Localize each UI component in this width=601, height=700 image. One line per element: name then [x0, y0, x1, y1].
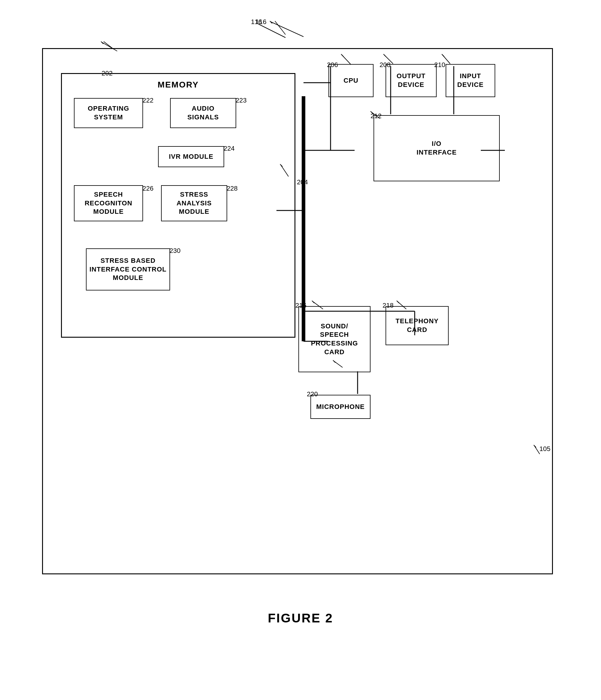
diagram-area: 116 MEMORY OPERATINGSYSTEM AUDIOSIGNALS …: [24, 18, 577, 634]
ref-116-label: 116: [251, 18, 262, 26]
ref-222: 222: [142, 97, 154, 104]
ref-210: 210: [434, 61, 445, 69]
speech-recognition-block: SPEECHRECOGNITONMODULE: [74, 185, 143, 221]
ref-212: 212: [370, 112, 382, 120]
ref-202: 202: [102, 70, 113, 77]
ref-218: 218: [383, 302, 394, 309]
ref-224: 224: [224, 145, 235, 152]
ref-216: 216: [295, 302, 307, 309]
figure-caption: FIGURE 2: [24, 611, 577, 625]
ref-220: 220: [307, 390, 318, 398]
ref-230: 230: [169, 247, 181, 255]
ref-226: 226: [142, 184, 154, 193]
operating-system-block: OPERATINGSYSTEM: [74, 98, 143, 128]
ref-208: 208: [380, 61, 391, 69]
cpu-block: CPU: [329, 64, 373, 97]
svg-line-29: [101, 42, 103, 44]
ref-228: 228: [227, 184, 238, 193]
stress-based-block: STRESS BASEDINTERFACE CONTROLMODULE: [86, 248, 170, 291]
outer-box-105: MEMORY OPERATINGSYSTEM AUDIOSIGNALS IVR …: [42, 48, 553, 574]
svg-line-26: [270, 22, 304, 37]
telephony-card-block: TELEPHONYCARD: [386, 306, 449, 345]
microphone-block: MICROPHONE: [310, 395, 370, 419]
ref-206: 206: [327, 61, 338, 69]
input-device-block: INPUTDEVICE: [446, 64, 495, 97]
svg-line-27: [270, 21, 272, 23]
io-interface-block: I/OINTERFACE: [373, 115, 500, 181]
output-device-block: OUTPUTDEVICE: [386, 64, 437, 97]
svg-line-15: [275, 21, 286, 34]
audio-signals-block: AUDIOSIGNALS: [170, 98, 236, 128]
sound-speech-block: SOUND/SPEECHPROCESSINGCARD: [298, 306, 370, 372]
svg-line-0: [258, 24, 286, 38]
memory-label: MEMORY: [62, 80, 294, 90]
stress-analysis-block: STRESSANALYSISMODULE: [161, 185, 227, 221]
ref-105: 105: [540, 445, 550, 453]
ref-223: 223: [236, 97, 247, 104]
ivr-module-block: IVR MODULE: [158, 146, 224, 167]
memory-box: MEMORY OPERATINGSYSTEM AUDIOSIGNALS IVR …: [61, 73, 295, 338]
ref-204: 204: [297, 178, 308, 186]
